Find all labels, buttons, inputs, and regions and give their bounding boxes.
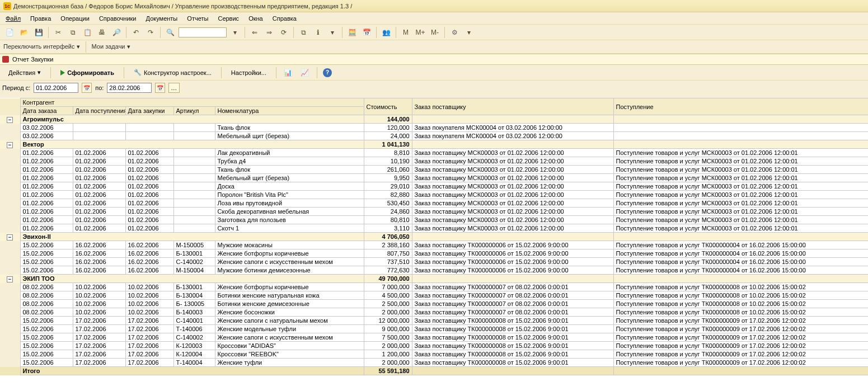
cell[interactable]: Заготовка для полозьев — [215, 216, 364, 224]
cell[interactable]: ЭКИП ТОО — [20, 275, 364, 283]
cell[interactable]: 01.02.2006 — [73, 182, 125, 191]
cell[interactable]: Поступление товаров и услуг ТК000000004 … — [613, 258, 868, 266]
table-row[interactable]: 08.02.200610.02.200610.02.2006Б- 130005Б… — [0, 300, 868, 308]
redo-icon[interactable]: ↷ — [144, 26, 157, 39]
cell[interactable]: 1 041,130 — [364, 140, 412, 149]
cell[interactable]: 24,860 — [364, 208, 412, 216]
cell[interactable]: Кроссовки "REEBOK" — [215, 350, 364, 359]
table-row[interactable]: 01.02.200601.02.200601.02.2006Мебельный … — [0, 174, 868, 182]
cell[interactable] — [613, 275, 868, 283]
cell[interactable]: Заказ поставщику ТК000000008 от 15.02.20… — [412, 359, 613, 367]
cell[interactable]: Б-140003 — [173, 308, 215, 317]
cell[interactable]: М-150005 — [173, 241, 215, 249]
cell[interactable]: Б-130001 — [173, 283, 215, 291]
cell[interactable]: 4 500,000 — [364, 291, 412, 300]
cell[interactable]: 15.02.2006 — [20, 241, 73, 249]
cell[interactable]: 08.02.2006 — [20, 283, 73, 291]
cell[interactable]: Поступление товаров и услуг ТК000000004 … — [613, 249, 868, 258]
expand-cell[interactable]: − — [0, 233, 20, 241]
users-icon[interactable]: 👥 — [380, 26, 392, 39]
cell[interactable]: Заказ поставщику ТК000000007 от 08.02.20… — [412, 291, 613, 300]
cell[interactable]: Ткань флок — [215, 166, 364, 174]
cell[interactable]: 01.02.2006 — [20, 157, 73, 166]
cell[interactable]: 49 700,000 — [364, 275, 412, 283]
print-icon[interactable]: 🖶 — [96, 26, 108, 39]
col-date-receipt[interactable]: Дата поступления — [73, 107, 125, 115]
cell[interactable]: 2 000,000 — [364, 342, 412, 350]
cell[interactable]: Поступление товаров и услуг МСК00003 от … — [613, 166, 868, 174]
cell[interactable]: Поступление товаров и услуг ТК000000008 … — [613, 283, 868, 291]
cell[interactable]: Заказ поставщику ТК000000008 от 15.02.20… — [412, 342, 613, 350]
cell[interactable]: 10.02.2006 — [125, 300, 173, 308]
cell[interactable] — [613, 124, 868, 132]
gear-drop-icon[interactable]: ▾ — [463, 26, 475, 39]
col-zakaz[interactable]: Заказ поставщику — [412, 98, 613, 115]
report-spreadsheet[interactable]: Контрагент Стоимость Заказ поставщику По… — [0, 98, 868, 391]
cell[interactable]: Агроимпульс — [20, 115, 364, 124]
cell[interactable]: Кроссовки "ADIDAS" — [215, 342, 364, 350]
cell[interactable]: 01.02.2006 — [73, 216, 125, 224]
cell[interactable]: 01.02.2006 — [125, 166, 173, 174]
table-row[interactable]: 01.02.200601.02.200601.02.2006Лак декора… — [0, 149, 868, 157]
open-icon[interactable]: 📂 — [18, 26, 30, 39]
cell[interactable]: 08.02.2006 — [20, 291, 73, 300]
cell[interactable]: 29,010 — [364, 182, 412, 191]
cell[interactable]: 9,950 — [364, 174, 412, 182]
table-row[interactable]: 15.02.200617.02.200617.02.2006К-120004Кр… — [0, 350, 868, 359]
cell[interactable]: 08.02.2006 — [20, 300, 73, 308]
cell[interactable]: Заказ поставщику МСК00003 от 01.02.2006 … — [412, 208, 613, 216]
new-icon[interactable]: 📄 — [3, 26, 16, 39]
cell[interactable]: Поступление товаров и услуг МСК00003 от … — [613, 199, 868, 208]
cell[interactable]: Женские сапоги с искусственным мехом — [215, 333, 364, 342]
cell[interactable]: Б-130004 — [173, 291, 215, 300]
table-row[interactable]: 03.02.2006Мебельный щит (береза)24,000За… — [0, 132, 868, 140]
cell[interactable] — [613, 233, 868, 241]
cell[interactable]: 3,110 — [364, 224, 412, 233]
cell[interactable]: 01.02.2006 — [125, 157, 173, 166]
cell[interactable]: 24,000 — [364, 132, 412, 140]
col-cost[interactable]: Стоимость — [364, 98, 412, 115]
cell[interactable]: Поступление товаров и услуг МСК00003 от … — [613, 182, 868, 191]
group-row[interactable]: −ЭКИП ТОО49 700,000 — [0, 275, 868, 283]
cell[interactable]: Поступление товаров и услуг МСК00003 от … — [613, 224, 868, 233]
collapse-icon[interactable]: − — [7, 117, 13, 123]
cell[interactable]: Заказ поставщику МСК00003 от 01.02.2006 … — [412, 199, 613, 208]
cut-icon[interactable]: ✂ — [52, 26, 64, 39]
cell[interactable]: Б-130001 — [173, 249, 215, 258]
cell[interactable]: 2 000,000 — [364, 308, 412, 317]
col-date-order[interactable]: Дата заказа — [20, 107, 73, 115]
cell[interactable]: 4 706,050 — [364, 233, 412, 241]
cell[interactable]: Женские туфли — [215, 359, 364, 367]
cell[interactable]: 17.02.2006 — [73, 359, 125, 367]
cell[interactable]: 16.02.2006 — [73, 258, 125, 266]
table-row[interactable]: 15.02.200617.02.200617.02.2006К-120003Кр… — [0, 342, 868, 350]
cell[interactable]: 10.02.2006 — [125, 308, 173, 317]
cell[interactable]: Поролон "British Vita Plc" — [215, 191, 364, 199]
cell[interactable]: 17.02.2006 — [125, 359, 173, 367]
cell[interactable]: 82,880 — [364, 191, 412, 199]
cell[interactable]: Заказ поставщику МСК00003 от 01.02.2006 … — [412, 216, 613, 224]
table-row[interactable]: 15.02.200617.02.200617.02.2006С-140002Же… — [0, 333, 868, 342]
cell[interactable]: 01.02.2006 — [125, 224, 173, 233]
cell[interactable]: 01.02.2006 — [125, 182, 173, 191]
cell[interactable]: 01.02.2006 — [20, 208, 73, 216]
cell[interactable]: Т-140004 — [173, 359, 215, 367]
cell[interactable]: Заказ поставщику ТК000000006 от 15.02.20… — [412, 249, 613, 258]
cell[interactable]: 03.02.2006 — [20, 132, 73, 140]
cell[interactable]: 17.02.2006 — [73, 325, 125, 333]
cell[interactable]: 16.02.2006 — [125, 266, 173, 275]
menu-edit[interactable]: Правка — [30, 15, 51, 22]
cell[interactable]: С-140001 — [173, 317, 215, 325]
cell[interactable]: 01.02.2006 — [20, 224, 73, 233]
expand-cell[interactable]: − — [0, 115, 20, 124]
cell[interactable]: Поступление товаров и услуг ТК000000008 … — [613, 291, 868, 300]
cell[interactable]: 01.02.2006 — [20, 182, 73, 191]
cell[interactable]: 01.02.2006 — [73, 157, 125, 166]
m-minus-icon[interactable]: М- — [429, 26, 441, 39]
cell[interactable]: 10.02.2006 — [125, 291, 173, 300]
cell[interactable]: К-120003 — [173, 342, 215, 350]
collapse-icon[interactable]: − — [7, 234, 13, 241]
table-row[interactable]: 15.02.200616.02.200616.02.2006М-150005Му… — [0, 241, 868, 249]
gear-icon[interactable]: ⚙ — [448, 26, 461, 39]
cell[interactable]: Поступление товаров и услуг МСК00003 от … — [613, 208, 868, 216]
